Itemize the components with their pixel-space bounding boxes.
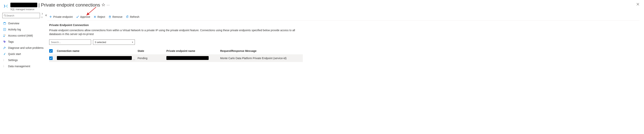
redacted-text (166, 56, 209, 60)
chevron-right-icon: 〉 (3, 59, 6, 62)
redacted-text (57, 56, 132, 60)
quickstart-icon (3, 53, 6, 56)
button-label: Approve (80, 15, 90, 18)
svg-line-4 (6, 16, 6, 17)
trash-icon (108, 15, 111, 18)
svg-point-15 (4, 53, 5, 54)
state-filter-dropdown[interactable]: 3 selected ▾ (93, 39, 135, 45)
resource-type-label: SQL managed instance (10, 8, 110, 11)
sidebar-item-label: Quick start (8, 53, 21, 56)
svg-rect-6 (4, 28, 6, 31)
col-endpoint-name[interactable]: Private endpoint name (166, 49, 220, 53)
diagnose-icon (3, 46, 6, 49)
sidebar-search-input[interactable] (6, 14, 38, 17)
sidebar-item-label: Tags (8, 40, 14, 43)
cell-connection-name: … (57, 56, 138, 61)
svg-rect-20 (109, 16, 111, 18)
chevron-right-icon: 〉 (3, 65, 6, 68)
sidebar-item-label: Data management (8, 65, 30, 68)
svg-point-10 (5, 35, 6, 35)
activity-log-icon (3, 28, 6, 31)
cell-message: Monte Carlo Data Platform Private Endpoi… (220, 57, 301, 60)
row-checkbox[interactable] (49, 57, 53, 60)
page-title: | Private endpoint connections (10, 2, 100, 8)
svg-point-11 (4, 41, 4, 41)
approve-button[interactable]: Approve (76, 15, 90, 18)
overview-icon (3, 22, 6, 25)
sidebar-item-quickstart[interactable]: Quick start (2, 51, 44, 57)
section-description: Private endpoint connections allow conne… (49, 29, 299, 36)
tags-icon (3, 40, 6, 43)
iam-icon (3, 34, 6, 37)
button-label: Private endpoint (53, 15, 72, 18)
sidebar-item-label: Diagnose and solve problems (8, 46, 44, 49)
page-title-suffix: | Private endpoint connections (38, 2, 100, 8)
sidebar-search[interactable] (2, 13, 40, 18)
col-state[interactable]: State (138, 49, 166, 53)
sidebar-item-label: Settings (8, 59, 18, 62)
svg-marker-0 (102, 3, 105, 6)
sidebar-item-activity-log[interactable]: Activity log (2, 26, 44, 33)
new-private-endpoint-button[interactable]: Private endpoint (49, 15, 72, 18)
svg-point-9 (4, 35, 4, 35)
svg-point-5 (4, 22, 6, 23)
table-header-row: Connection name State Private endpoint n… (49, 48, 303, 54)
plus-icon (49, 15, 52, 18)
filter-row: 3 selected ▾ (49, 39, 640, 45)
expand-toggle-icon[interactable]: ◇ (41, 13, 44, 18)
table-search-input[interactable] (49, 39, 91, 45)
more-menu-icon[interactable]: ⋯ (107, 3, 110, 7)
chevron-down-icon: ▾ (132, 41, 133, 43)
x-icon (94, 15, 96, 18)
col-message[interactable]: Request/Response Message (220, 49, 301, 53)
button-label: Refresh (130, 15, 139, 18)
svg-point-3 (4, 14, 6, 16)
cell-state: Pending (138, 57, 166, 60)
sidebar-item-label: Activity log (8, 28, 21, 31)
sidebar-item-diagnose[interactable]: Diagnose and solve problems (2, 45, 44, 51)
sql-mi-icon (3, 3, 8, 9)
reject-button[interactable]: Reject (94, 15, 105, 18)
connections-table: Connection name State Private endpoint n… (49, 48, 303, 62)
favorite-star-icon[interactable] (102, 3, 105, 7)
select-all-checkbox[interactable] (49, 49, 53, 53)
main-content: Private endpoint Approve Reject Remove R… (44, 11, 644, 69)
resource-name-redacted (10, 3, 37, 7)
page-header: | Private endpoint connections ⋯ SQL man… (0, 0, 644, 11)
sidebar-item-iam[interactable]: Access control (IAM) (2, 33, 44, 39)
search-icon (4, 14, 6, 17)
sidebar-item-label: Access control (IAM) (8, 34, 33, 37)
sidebar-item-data-management[interactable]: 〉 Data management (2, 63, 44, 69)
dropdown-value: 3 selected (95, 41, 106, 44)
remove-button[interactable]: Remove (108, 15, 122, 18)
button-label: Reject (98, 15, 105, 18)
button-label: Remove (112, 15, 122, 18)
cell-endpoint-name (166, 56, 220, 61)
sidebar: ◇ Overview Activity log Access control (… (0, 11, 44, 69)
refresh-icon (126, 15, 129, 18)
close-icon[interactable] (636, 3, 640, 6)
sidebar-item-settings[interactable]: 〉 Settings (2, 57, 44, 63)
command-bar: Private endpoint Approve Reject Remove R… (47, 13, 640, 21)
col-connection-name[interactable]: Connection name (57, 49, 138, 53)
sidebar-item-tags[interactable]: Tags (2, 39, 44, 45)
sidebar-item-overview[interactable]: Overview (2, 20, 44, 26)
table-row[interactable]: … Pending Monte Carlo Data Platform Priv… (49, 54, 303, 62)
check-icon (76, 15, 79, 18)
section-title: Private Endpoint Connection (49, 23, 640, 27)
sidebar-item-label: Overview (8, 22, 19, 25)
refresh-button[interactable]: Refresh (126, 15, 139, 18)
